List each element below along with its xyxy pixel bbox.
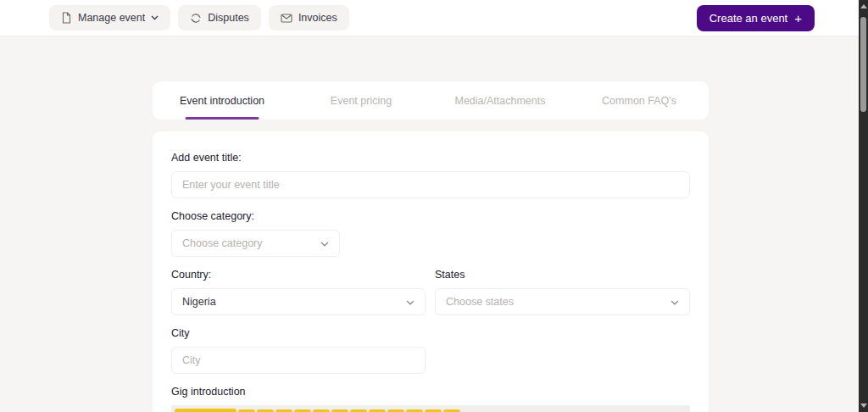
vertical-scrollbar[interactable] xyxy=(859,0,868,412)
gig-introduction-label: Gig introduction xyxy=(171,386,690,398)
disputes-button[interactable]: Disputes xyxy=(178,5,261,31)
category-select[interactable]: Choose category xyxy=(171,230,340,257)
rich-text-editor-toolbar: Paragraph B I “ xyxy=(171,405,690,412)
event-form-tabs: Event introduction Event pricing Media/A… xyxy=(153,81,709,120)
tab-label: Event pricing xyxy=(331,95,392,107)
tab-common-faqs[interactable]: Common FAQ's xyxy=(570,81,709,120)
bullet-list-button[interactable] xyxy=(275,409,292,412)
states-select[interactable]: Choose states xyxy=(435,288,690,315)
invoices-label: Invoices xyxy=(298,12,337,24)
event-title-label: Add event title: xyxy=(171,152,690,164)
tab-event-introduction[interactable]: Event introduction xyxy=(153,81,292,120)
link-button[interactable] xyxy=(387,409,404,412)
chevron-down-icon xyxy=(320,237,329,249)
scrollbar-up-arrow-icon[interactable] xyxy=(860,4,867,8)
create-event-label: Create an event xyxy=(709,12,788,25)
city-label: City xyxy=(171,327,690,339)
blockquote-button[interactable]: “ xyxy=(313,409,330,412)
align-right-button[interactable] xyxy=(369,409,386,412)
tab-label: Common FAQ's xyxy=(602,95,676,107)
align-left-button[interactable] xyxy=(331,409,348,412)
bold-button[interactable]: B xyxy=(238,409,255,412)
chevron-down-icon xyxy=(406,296,415,308)
country-select[interactable]: Nigeria xyxy=(171,288,426,315)
align-center-button[interactable] xyxy=(350,409,367,412)
states-placeholder: Choose states xyxy=(446,296,514,308)
manage-event-button[interactable]: Manage event xyxy=(49,5,170,31)
chevron-down-icon xyxy=(151,15,159,20)
envelope-icon xyxy=(281,14,292,23)
table-button[interactable] xyxy=(443,409,460,412)
tab-label: Media/Attachments xyxy=(455,95,546,107)
chevron-down-icon xyxy=(670,296,679,308)
horizontal-rule-button[interactable] xyxy=(406,409,423,412)
top-navbar: Manage event Disputes Invoices Create an… xyxy=(0,0,859,36)
active-tab-underline xyxy=(186,117,259,120)
plus-icon: + xyxy=(794,11,802,25)
create-event-button[interactable]: Create an event + xyxy=(697,5,815,31)
country-label: Country: xyxy=(171,269,426,281)
country-value: Nigeria xyxy=(182,296,216,308)
paragraph-format-select[interactable]: Paragraph xyxy=(175,409,236,412)
italic-button[interactable]: I xyxy=(257,409,274,412)
fullscreen-button[interactable] xyxy=(425,409,442,412)
tab-media-attachments[interactable]: Media/Attachments xyxy=(431,81,570,120)
event-title-input[interactable] xyxy=(171,171,690,198)
numbered-list-button[interactable] xyxy=(294,409,311,412)
category-placeholder: Choose category xyxy=(182,237,263,249)
states-label: States xyxy=(435,269,690,281)
tab-label: Event introduction xyxy=(180,95,264,107)
manage-event-label: Manage event xyxy=(78,12,145,24)
scrollbar-thumb[interactable] xyxy=(860,17,866,112)
city-input[interactable] xyxy=(171,347,426,374)
document-icon xyxy=(61,12,72,24)
refresh-cycle-icon xyxy=(190,13,202,24)
disputes-label: Disputes xyxy=(208,12,249,24)
invoices-button[interactable]: Invoices xyxy=(269,5,349,31)
tab-event-pricing[interactable]: Event pricing xyxy=(292,81,431,120)
scrollbar-down-arrow-icon[interactable] xyxy=(860,404,867,408)
event-introduction-form: Add event title: Choose category: Choose… xyxy=(153,131,709,412)
category-label: Choose category: xyxy=(171,210,690,222)
navbar-button-group: Manage event Disputes Invoices xyxy=(49,5,349,31)
